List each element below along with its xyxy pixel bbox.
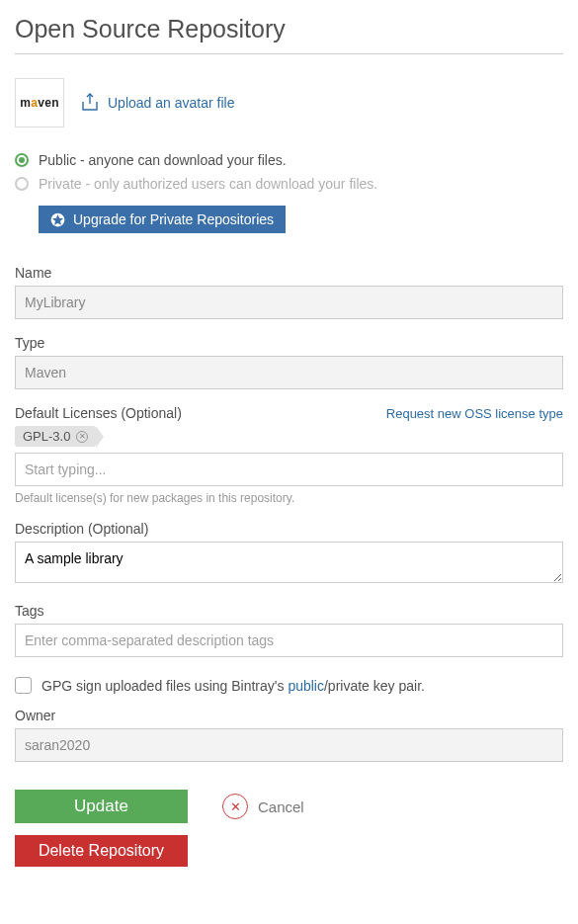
avatar-section: maven Upload an avatar file — [15, 78, 563, 127]
type-label: Type — [15, 335, 563, 351]
radio-checked-icon — [15, 153, 29, 167]
owner-field-group: Owner — [15, 708, 563, 762]
description-label: Description (Optional) — [15, 521, 563, 537]
name-label: Name — [15, 265, 563, 281]
gpg-checkbox[interactable] — [15, 677, 32, 694]
licenses-field-group: Default Licenses (Optional) Request new … — [15, 405, 563, 505]
gpg-suffix: /private key pair. — [324, 678, 425, 694]
visibility-public-radio[interactable]: Public - anyone can download your files. — [15, 152, 563, 168]
upgrade-label: Upgrade for Private Repositories — [73, 211, 274, 227]
radio-unchecked-icon — [15, 177, 29, 191]
gpg-public-link[interactable]: public — [288, 678, 324, 694]
type-input — [15, 356, 563, 389]
name-field-group: Name — [15, 265, 563, 319]
cancel-label: Cancel — [258, 798, 304, 815]
close-icon: ✕ — [222, 794, 248, 819]
licenses-label: Default Licenses (Optional) — [15, 405, 182, 421]
tags-field-group: Tags — [15, 603, 563, 657]
maven-logo: maven — [20, 96, 59, 110]
star-icon — [50, 212, 65, 227]
visibility-public-label: Public - anyone can download your files. — [39, 152, 287, 168]
upload-avatar-label: Upload an avatar file — [108, 95, 234, 111]
gpg-checkbox-row[interactable]: GPG sign uploaded files using Bintray's … — [15, 677, 563, 694]
description-field-group: Description (Optional) A sample library — [15, 521, 563, 587]
remove-tag-icon[interactable]: ✕ — [76, 431, 88, 443]
request-license-link[interactable]: Request new OSS license type — [386, 406, 563, 421]
licenses-hint: Default license(s) for new packages in t… — [15, 491, 563, 505]
visibility-private-radio: Private - only authorized users can down… — [15, 176, 563, 192]
upgrade-button[interactable]: Upgrade for Private Repositories — [39, 206, 286, 233]
upgrade-section: Upgrade for Private Repositories — [39, 206, 563, 233]
tags-label: Tags — [15, 603, 563, 619]
license-tag: GPL-3.0 ✕ — [15, 426, 96, 447]
owner-input — [15, 728, 563, 762]
avatar: maven — [15, 78, 64, 127]
visibility-private-label: Private - only authorized users can down… — [39, 176, 377, 192]
gpg-label: GPG sign uploaded files using Bintray's … — [41, 678, 425, 694]
type-field-group: Type — [15, 335, 563, 389]
delete-repository-button[interactable]: Delete Repository — [15, 835, 188, 867]
description-textarea[interactable]: A sample library — [15, 542, 563, 583]
gpg-prefix: GPG sign uploaded files using Bintray's — [41, 678, 288, 694]
upload-avatar-link[interactable]: Upload an avatar file — [82, 93, 234, 113]
upload-icon — [82, 93, 98, 113]
licenses-input[interactable] — [15, 453, 563, 486]
name-input — [15, 286, 563, 319]
license-tag-label: GPL-3.0 — [23, 429, 70, 444]
tags-input[interactable] — [15, 624, 563, 657]
update-button[interactable]: Update — [15, 790, 188, 823]
action-row: Update ✕ Cancel — [15, 790, 563, 823]
page-title: Open Source Repository — [15, 15, 563, 54]
owner-label: Owner — [15, 708, 563, 723]
cancel-button[interactable]: ✕ Cancel — [222, 794, 304, 819]
